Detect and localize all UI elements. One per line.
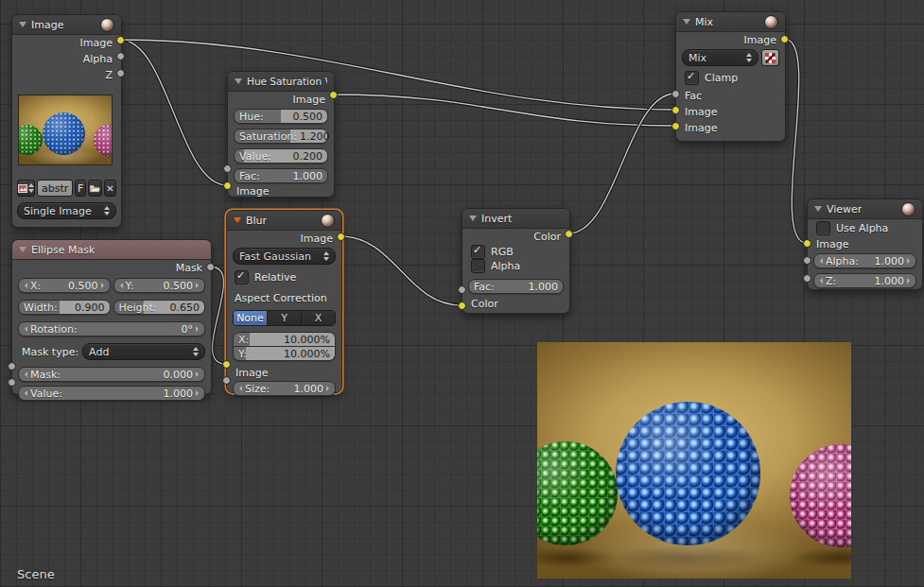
socket-invert-input-color[interactable] bbox=[458, 302, 466, 310]
socket-blur-input-size[interactable] bbox=[222, 376, 231, 385]
size-field[interactable]: Size: 1.000 bbox=[233, 381, 336, 396]
blend-mode-select[interactable]: Mix bbox=[682, 49, 758, 66]
socket-hsv-input-image[interactable] bbox=[223, 181, 232, 190]
collapse-triangle-icon[interactable] bbox=[19, 247, 26, 252]
socket-mix-input-fac[interactable] bbox=[671, 90, 680, 98]
socket-ellipse-mask-input-mask[interactable] bbox=[8, 362, 16, 371]
node-title: Image bbox=[31, 19, 63, 31]
socket-hsv-output-image[interactable] bbox=[329, 91, 338, 99]
node-ellipse-mask-header[interactable]: Ellipse Mask bbox=[12, 240, 211, 260]
decrement-arrow-icon[interactable] bbox=[22, 283, 27, 288]
socket-image-output-z[interactable] bbox=[116, 69, 125, 78]
socket-viewer-input-alpha[interactable] bbox=[803, 256, 811, 265]
decrement-arrow-icon[interactable] bbox=[22, 390, 27, 396]
mask-height-slider[interactable]: Height: 0.650 bbox=[113, 300, 206, 315]
fac-slider[interactable]: Fac: 1.000 bbox=[234, 168, 328, 183]
z-field[interactable]: Z: 1.000 bbox=[813, 273, 916, 288]
node-image: Image Image Alpha Z abstr F ✕ Single Ima… bbox=[11, 14, 122, 228]
alpha-field[interactable]: Alpha: 1.000 bbox=[813, 253, 916, 268]
aspect-y-button[interactable]: Y bbox=[268, 311, 302, 325]
socket-invert-input-fac[interactable] bbox=[458, 285, 466, 294]
preview-sphere-icon[interactable] bbox=[901, 202, 915, 216]
collapse-triangle-icon[interactable] bbox=[19, 22, 26, 27]
mask-x-field[interactable]: X: 0.500 bbox=[18, 278, 111, 293]
clamp-label: Clamp bbox=[705, 72, 738, 84]
image-datablock-browse-button[interactable] bbox=[17, 180, 35, 197]
node-blur-header[interactable]: Blur bbox=[227, 211, 341, 231]
image-source-select[interactable]: Single Image bbox=[17, 202, 116, 219]
use-alpha-checkbox[interactable] bbox=[816, 221, 830, 235]
blur-x-slider[interactable]: X: 10.000% bbox=[233, 332, 336, 347]
unlink-image-button[interactable]: ✕ bbox=[104, 180, 116, 197]
socket-invert-output-color[interactable] bbox=[565, 230, 573, 238]
node-mix-header[interactable]: Mix bbox=[676, 12, 785, 32]
fac-slider[interactable]: Fac: 1.000 bbox=[468, 279, 564, 294]
increment-arrow-icon[interactable] bbox=[196, 390, 201, 396]
socket-mix-input-image-2[interactable] bbox=[671, 122, 680, 130]
use-alpha-toggle-button[interactable] bbox=[761, 49, 779, 66]
rotation-field[interactable]: Rotation: 0° bbox=[18, 321, 205, 337]
socket-viewer-input-image[interactable] bbox=[803, 239, 811, 248]
node-hsv-header[interactable]: Hue Saturation Value bbox=[228, 72, 334, 92]
socket-ellipse-mask-output-mask[interactable] bbox=[206, 263, 215, 271]
socket-viewer-input-z[interactable] bbox=[803, 274, 811, 283]
collapse-triangle-icon[interactable] bbox=[683, 19, 690, 25]
rgb-checkbox[interactable] bbox=[471, 245, 485, 259]
collapse-triangle-icon[interactable] bbox=[235, 78, 242, 84]
mask-input-field[interactable]: Mask: 0.000 bbox=[18, 367, 205, 382]
hue-slider[interactable]: Hue: 0.500 bbox=[234, 109, 328, 124]
output-label-color: Color bbox=[462, 229, 569, 245]
preview-sphere-icon[interactable] bbox=[764, 15, 778, 29]
increment-arrow-icon[interactable] bbox=[907, 278, 913, 284]
mask-y-field[interactable]: Y: 0.500 bbox=[113, 278, 206, 293]
decrement-arrow-icon[interactable] bbox=[236, 386, 242, 391]
preview-sphere-icon[interactable] bbox=[100, 18, 114, 32]
relative-checkbox[interactable] bbox=[235, 270, 249, 285]
increment-arrow-icon[interactable] bbox=[101, 283, 107, 288]
preview-sphere-icon[interactable] bbox=[321, 214, 335, 228]
collapse-triangle-icon[interactable] bbox=[469, 216, 477, 221]
fake-user-button[interactable]: F bbox=[75, 180, 86, 197]
decrement-arrow-icon[interactable] bbox=[22, 326, 27, 332]
socket-mix-input-image-1[interactable] bbox=[671, 106, 680, 114]
socket-blur-input-image[interactable] bbox=[222, 360, 231, 369]
socket-image-output-image[interactable] bbox=[116, 36, 125, 44]
decrement-arrow-icon[interactable] bbox=[117, 283, 123, 288]
blur-y-slider[interactable]: Y: 10.000% bbox=[233, 347, 336, 361]
output-label-mask: Mask bbox=[12, 260, 211, 276]
value-slider[interactable]: Value: 0.200 bbox=[234, 148, 328, 164]
socket-hsv-input-fac[interactable] bbox=[223, 164, 232, 173]
node-title: Ellipse Mask bbox=[31, 244, 95, 256]
value-input-field[interactable]: Value: 1.000 bbox=[18, 386, 205, 401]
decrement-arrow-icon[interactable] bbox=[817, 258, 823, 264]
image-name-field[interactable]: abstr bbox=[37, 180, 73, 197]
blur-filter-type-select[interactable]: Fast Gaussian bbox=[233, 248, 336, 265]
decrement-arrow-icon[interactable] bbox=[817, 278, 823, 284]
collapse-triangle-icon[interactable] bbox=[814, 206, 822, 212]
decrement-arrow-icon[interactable] bbox=[22, 371, 27, 377]
aspect-none-button[interactable]: None bbox=[234, 311, 268, 325]
open-image-button[interactable] bbox=[88, 180, 102, 197]
increment-arrow-icon[interactable] bbox=[196, 371, 201, 377]
node-viewer-header[interactable]: Viewer bbox=[808, 199, 922, 219]
socket-blur-output-image[interactable] bbox=[337, 233, 345, 241]
pink-dotted-sphere bbox=[94, 125, 113, 155]
saturation-slider[interactable]: Saturation: 1.200 bbox=[234, 129, 328, 144]
socket-image-output-alpha[interactable] bbox=[116, 52, 125, 60]
mask-type-select[interactable]: Add bbox=[82, 343, 205, 360]
clamp-checkbox[interactable] bbox=[685, 71, 699, 85]
increment-arrow-icon[interactable] bbox=[907, 258, 913, 264]
aspect-x-button[interactable]: X bbox=[302, 311, 335, 325]
socket-ellipse-mask-input-value[interactable] bbox=[8, 378, 16, 387]
chevron-updown-icon bbox=[193, 347, 199, 356]
increment-arrow-icon[interactable] bbox=[326, 386, 332, 391]
output-label-alpha: Alpha bbox=[12, 51, 121, 67]
alpha-checkbox[interactable] bbox=[471, 259, 485, 273]
increment-arrow-icon[interactable] bbox=[196, 283, 201, 288]
node-image-header[interactable]: Image bbox=[12, 15, 121, 35]
socket-mix-output-image[interactable] bbox=[780, 35, 789, 43]
node-invert-header[interactable]: Invert bbox=[462, 209, 569, 229]
increment-arrow-icon[interactable] bbox=[196, 326, 201, 332]
mask-width-slider[interactable]: Width: 0.900 bbox=[18, 300, 111, 315]
collapse-triangle-icon[interactable] bbox=[234, 217, 241, 223]
